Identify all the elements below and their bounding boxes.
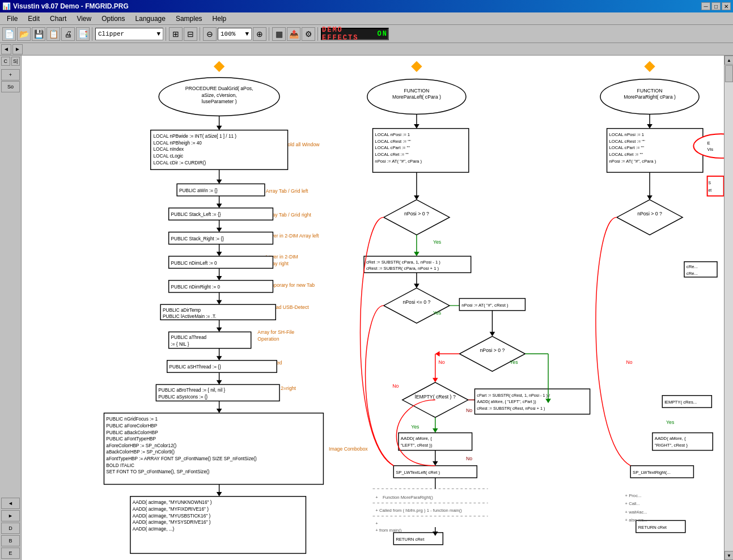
func1-arrowhead-d1 (414, 252, 420, 256)
func1-no-1: No (392, 383, 399, 389)
code-ashthread-text: PUBLIC aSHThread := {} (170, 364, 221, 370)
fit-page-button[interactable]: ⊟ (184, 27, 197, 41)
maximize-button[interactable]: □ (711, 2, 721, 10)
fit-width-button[interactable]: ⊞ (169, 27, 183, 41)
new-button[interactable]: 📄 (2, 27, 16, 41)
zoom-level[interactable]: 100% ▼ (218, 28, 252, 40)
annotation-imgcombobox: Image Combobox (329, 446, 368, 452)
view-button[interactable]: ▦ (272, 27, 286, 41)
minimize-button[interactable]: ─ (701, 2, 710, 10)
menu-bar: File Edit Chart View Options Language Sa… (0, 12, 733, 25)
proc-text-3: luseParameter ) (202, 99, 237, 104)
code-1-line-5: LOCAL cDir := CURDIR() (154, 160, 206, 166)
start-indicator-1 (214, 61, 224, 72)
open-button[interactable]: 📂 (17, 27, 31, 41)
nav-left-button[interactable]: ◄ (1, 44, 11, 54)
func1-diamond-2 (384, 288, 450, 323)
sidebar-plus-button[interactable]: + (1, 69, 20, 80)
code-1-line-4: LOCAL cLogic (154, 154, 184, 159)
tab-b[interactable]: B (1, 535, 20, 546)
right-scrollbar: ▲ ▼ (724, 56, 733, 560)
nav-right-button[interactable]: ► (12, 44, 23, 54)
annotation-dim-left: Layer in 2-DIM Array left (266, 233, 319, 239)
zoom-in-button[interactable]: ⊕ (253, 27, 266, 41)
save-button[interactable]: 💾 (32, 27, 45, 41)
proc-text-2: aSize, cVersion, (201, 92, 236, 98)
sidebar-s-button[interactable]: S| (11, 57, 20, 66)
menu-help[interactable]: Help (208, 14, 231, 24)
print-button[interactable]: 🖨 (61, 27, 75, 41)
menu-view[interactable]: View (72, 14, 96, 24)
toolbar-separator-2 (166, 27, 167, 41)
scroll-thumb[interactable] (725, 65, 733, 82)
func1-d1-text: nPosi > 0 ? (404, 211, 429, 217)
tab-d[interactable]: D (1, 523, 20, 534)
code-aadd-2: AADD( acImage, "MYFIXDRIVE16" ) (133, 507, 209, 512)
func1-init-5: nPosi := AT( "#", cPara ) (375, 159, 422, 164)
func2-init-3: LOCAL cPart := "" (609, 145, 644, 150)
func1-no-arrow-2 (366, 306, 394, 465)
sidebar-c-button[interactable]: C (1, 57, 10, 66)
func2-lempty-text: lEMPTY( cRes... (664, 400, 697, 405)
arrowhead-4 (217, 228, 222, 232)
title-bar-controls: ─ □ ✕ (701, 2, 731, 10)
func2-d1-text: nPosi > 0 ? (637, 211, 662, 217)
demo-on-label: ON (378, 30, 388, 38)
arrowhead-10 (217, 380, 222, 385)
code-large-9: SET FONT TO SP_cFontName(), SP_nFontSize… (106, 469, 209, 474)
code-large-4: PUBLIC aFontTypeHBP (106, 436, 156, 442)
func1-aadd-left-1: AADD( aMore, { (401, 436, 432, 441)
scroll-track[interactable] (724, 65, 733, 551)
menu-samples[interactable]: Samples (171, 14, 207, 24)
sidebar-so-button[interactable]: So (1, 81, 20, 92)
comment-wait4ac: + wait4ac... (625, 510, 647, 515)
func2-splwtext-text: SP_LWTextRight(... (633, 470, 671, 475)
proc-text-1: PROCEDURE DualGrid( aPos, (185, 86, 253, 91)
func2-title-1: FUNCTION (637, 88, 663, 94)
sidebar-right-arrow[interactable]: ► (1, 510, 20, 521)
sidebar-left-arrow[interactable]: ◄ (1, 498, 20, 509)
scroll-down-button[interactable]: ▼ (724, 551, 733, 560)
code-adirtemp-2: PUBLIC lActiveMain := .T. (163, 314, 216, 319)
canvas-area[interactable]: PROCEDURE DualGrid( aPos, aSize, cVersio… (22, 56, 724, 560)
tab-e[interactable]: E (1, 548, 20, 559)
save-as-button[interactable]: 📋 (46, 27, 60, 41)
scroll-up-button[interactable]: ▲ (724, 56, 733, 65)
title-bar-left: 📊 Visustin v8.07 Demo - FMGRID.PRG (2, 2, 129, 10)
annotation-shfile-2: Operation (257, 336, 279, 342)
partial-oval-text-1: E (707, 141, 710, 146)
menu-edit[interactable]: Edit (23, 14, 44, 24)
code-1-line-2: LOCAL nPBheigh := 40 (154, 141, 202, 146)
config-button[interactable]: ⚙ (302, 27, 315, 41)
code-1-line-3: LOCAL nIndex (154, 147, 184, 152)
func1-return-text: RETURN cRet (396, 537, 425, 542)
func2-title-2: MoreParaRight( cPara ) (624, 94, 676, 100)
print2-button[interactable]: 📑 (76, 27, 90, 41)
sidebar-top-btns: C S| (1, 57, 20, 66)
func1-d3-text: nPosi > 0 ? (480, 347, 505, 353)
menu-options[interactable]: Options (97, 14, 129, 24)
code-awin-text: PUBLIC aWin := {} (179, 188, 218, 193)
zoom-out-button[interactable]: ⊖ (203, 27, 217, 41)
menu-file[interactable]: File (2, 14, 22, 24)
func1-title-2: MoreParaLeft( cPara ) (392, 94, 441, 100)
func2-aadd-right-2: "RIGHT", cRest } (655, 443, 688, 448)
code-large-5: aForeColorHBP := SP_nColor12() (106, 443, 176, 448)
main-area: C S| + So ◄ ► D B E PROCEDURE DualGrid( … (0, 56, 733, 560)
close-button[interactable]: ✕ (722, 2, 731, 10)
func1-substr-1: cRet := SUBSTR( cPara, 1, nPosi - 1 ) (366, 260, 440, 265)
menu-language[interactable]: Language (131, 14, 170, 24)
language-dropdown[interactable]: Clipper ▼ (95, 28, 163, 40)
comment-call: + Call... (625, 501, 640, 506)
export-button[interactable]: 📤 (287, 27, 300, 41)
arrowhead-1 (217, 126, 222, 130)
code-stackright-text: PUBLIC Stack_Right := {} (171, 236, 224, 241)
annotation-grid-left: Array Tab / Grid left (266, 188, 308, 194)
arrowhead-11 (217, 409, 222, 413)
code-stackleft-text: PUBLIC Stack_Left := {} (171, 212, 221, 217)
func2-arrowhead-2 (647, 196, 653, 200)
arrowhead-3 (217, 203, 222, 208)
left-sidebar: C S| + So ◄ ► D B E (0, 56, 22, 560)
menu-chart[interactable]: Chart (45, 14, 71, 24)
func1-cpart-3: cRest := SUBSTR( cRest, nPosi + 1 ) (477, 406, 545, 411)
